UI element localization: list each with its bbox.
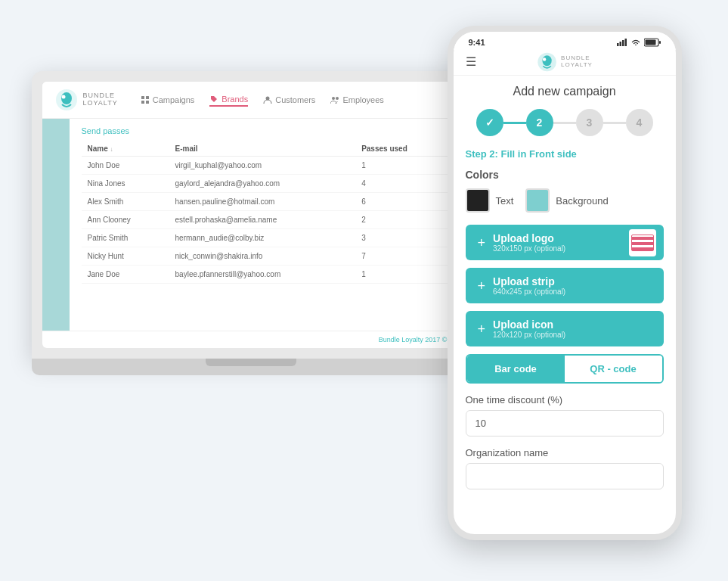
background-color-swatch[interactable] [525,188,550,213]
colors-section-title: Colors [466,169,664,181]
step-2: 2 [526,109,553,136]
svg-rect-4 [146,96,149,99]
cell-email: virgil_kuphal@yahoo.com [169,157,356,175]
cell-passes: 1 [355,157,447,175]
phone-status-bar: 9:41 [454,32,676,50]
cell-name: Ann Clooney [82,211,169,229]
table-row: Nina Jones gaylord_alejandra@yahoo.com 4 [82,175,448,193]
svg-point-8 [332,97,335,100]
phone-logo-icon [536,51,557,73]
hamburger-icon[interactable]: ☰ [466,54,476,69]
laptop-main: Send passes Name ↓ E-mail Passes used Jo… [70,119,460,331]
table-row: Ann Clooney estell.prohaska@amelia.name … [82,211,448,229]
table-row: John Doe virgil_kuphal@yahoo.com 1 [82,157,448,175]
laptop-logo: BUNDLE LOYALTY [54,88,118,112]
svg-rect-5 [141,101,144,104]
phone-device: 9:41 ☰ BUNDLE LOYALTY [448,26,682,540]
laptop-table: Name ↓ E-mail Passes used John Doe virgi… [82,141,448,284]
col-passes: Passes used [355,141,447,157]
svg-rect-16 [659,41,661,44]
nav-brands[interactable]: Brands [209,93,248,107]
laptop-device: BUNDLE LOYALTY Campaigns Brands [32,71,470,389]
upload-logo-preview [629,229,656,256]
cell-passes: 1 [355,266,447,284]
text-color-group: Text [466,188,514,213]
upload-logo-preview-inner [631,235,654,251]
qr-code-button[interactable]: QR - code [565,356,662,382]
svg-rect-11 [619,42,621,46]
cell-name: Alex Smith [82,193,169,211]
svg-point-9 [336,97,339,100]
phone-logo: BUNDLE LOYALTY [536,51,593,73]
table-row: Alex Smith hansen.pauline@hotmail.com 6 [82,193,448,211]
col-name[interactable]: Name ↓ [82,141,169,157]
discount-field-label: One time discount (%) [466,394,664,405]
upload-strip-button[interactable]: + Upload strip 640x245 px (optional) [466,268,664,303]
upload-logo-text: Upload logo 320x150 px (optional) [493,232,565,253]
nav-employees-label: Employees [342,95,383,104]
step-connector-3 [603,122,626,124]
nav-customers-label: Customers [275,95,315,104]
step-4: 4 [626,109,653,136]
plus-icon: + [478,236,486,250]
nav-customers[interactable]: Customers [263,94,315,106]
upload-logo-button[interactable]: + Upload logo 320x150 px (optional) [466,225,664,260]
cell-email: nick_conwin@shakira.info [169,247,356,266]
upload-strip-sublabel: 640x245 px (optional) [493,287,565,296]
nav-campaigns[interactable]: Campaigns [141,94,195,106]
upload-logo-sublabel: 320x150 px (optional) [493,244,565,253]
laptop-screen: BUNDLE LOYALTY Campaigns Brands [42,82,460,348]
step-1: ✓ [476,109,503,136]
step-label: Step 2: Fill in Front side [466,148,664,160]
battery-icon [644,38,661,47]
phone-header: ☰ BUNDLE LOYALTY [454,50,676,76]
nav-employees[interactable]: Employees [330,94,383,106]
cell-email: hansen.pauline@hotmail.com [169,193,356,211]
laptop-base [32,359,470,375]
phone-page-title: Add new campaign [466,85,664,98]
svg-rect-6 [146,101,149,104]
org-field-input[interactable] [466,463,664,489]
bar-code-button[interactable]: Bar code [467,356,565,382]
nav-brands-label: Brands [221,95,248,104]
svg-point-2 [61,95,65,99]
table-row: Jane Doe baylee.pfannerstill@yahoo.com 1 [82,266,448,284]
cell-email: baylee.pfannerstill@yahoo.com [169,266,356,284]
cell-email: hermann_audie@colby.biz [169,229,356,247]
laptop-logo-icon [54,88,79,112]
svg-point-19 [542,57,545,61]
barcode-selector: Bar code QR - code [466,354,664,384]
table-row: Nicky Hunt nick_conwin@shakira.info 7 [82,247,448,266]
cell-email: gaylord_alejandra@yahoo.com [169,175,356,193]
laptop-logo-sub-text: LOYALTY [83,100,118,107]
upload-strip-text: Upload strip 640x245 px (optional) [493,275,565,296]
svg-rect-15 [645,40,655,45]
step-3: 3 [576,109,603,136]
signal-icon [617,39,627,46]
upload-icon-button[interactable]: + Upload icon 120x120 px (optional) [466,311,664,346]
text-color-label: Text [496,195,514,207]
phone-status-icons [617,38,661,47]
cell-name: Patric Smith [82,229,169,247]
cell-name: Jane Doe [82,266,169,284]
discount-field-input[interactable] [466,410,664,437]
cell-name: John Doe [82,157,169,175]
table-row: Patric Smith hermann_audie@colby.biz 3 [82,229,448,247]
upload-logo-label: Upload logo [493,232,565,244]
svg-rect-10 [617,43,619,46]
svg-rect-12 [622,40,624,46]
org-field-label: Organization name [466,447,664,458]
text-color-swatch[interactable] [466,188,490,213]
col-email: E-mail [169,141,356,157]
step-connector-1 [503,122,526,124]
svg-rect-3 [141,96,144,99]
stepper: ✓ 2 3 4 [466,109,664,136]
cell-passes: 7 [355,247,447,266]
step-connector-2 [553,122,576,124]
svg-rect-13 [624,39,627,46]
laptop-sidebar [42,119,70,331]
plus-icon-strip: + [478,279,486,293]
laptop-navbar: BUNDLE LOYALTY Campaigns Brands [42,82,460,119]
background-color-label: Background [556,195,608,207]
phone-time: 9:41 [469,38,485,47]
